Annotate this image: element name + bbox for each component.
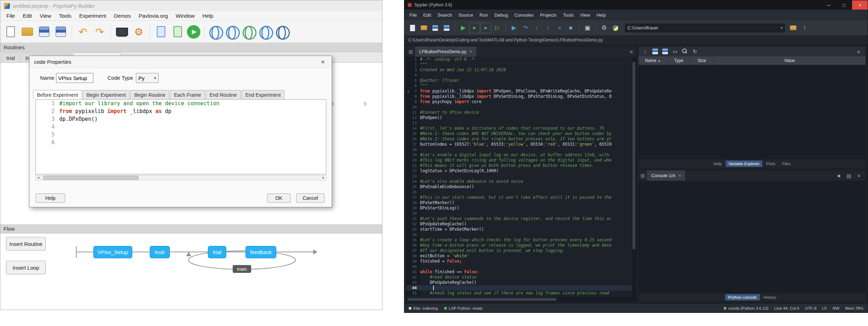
save-all-icon[interactable]	[441, 23, 452, 33]
ok-button[interactable]: OK	[267, 193, 291, 203]
table-column-header[interactable]: Size	[690, 56, 714, 65]
code-line-10[interactable]: 10	[407, 105, 632, 110]
memory[interactable]: Mem 78%	[845, 306, 863, 310]
dialog-tab[interactable]: Begin Experiment	[83, 90, 130, 99]
code-line-1[interactable]: 1#import our library and open the device…	[36, 100, 326, 107]
env-status[interactable]: conda (Python 3.6.13)	[724, 306, 768, 310]
line-number[interactable]: 27	[407, 195, 420, 200]
line-number[interactable]: 12	[407, 115, 420, 120]
open-icon[interactable]	[20, 24, 35, 39]
pavlovia-sync-icon[interactable]	[241, 24, 256, 39]
line-number[interactable]: 44	[407, 285, 420, 291]
line-number[interactable]: 4	[407, 73, 420, 78]
encoding[interactable]: UTF-8	[805, 306, 817, 310]
line-number[interactable]: 1	[407, 57, 420, 62]
menu-item[interactable]: File	[2, 13, 19, 19]
code-line-41[interactable]: 41while finished == False:	[407, 269, 632, 275]
editor-vscrollbar[interactable]	[632, 57, 636, 297]
code-line-5[interactable]: 5	[36, 131, 326, 139]
working-directory-combobox[interactable]: C:\Users\lfraser ▾	[624, 23, 786, 33]
line-number[interactable]: 28	[407, 200, 420, 206]
line-number[interactable]: 19	[407, 152, 420, 158]
code-line-11[interactable]: 11#Connect to VPixx device	[407, 110, 632, 115]
scroll-right-icon[interactable]: ►	[321, 175, 326, 180]
code-line-15[interactable]: 15#Note 1: these codes ARE NOT UNIVERSAL…	[407, 131, 632, 136]
compile-script-icon[interactable]	[154, 24, 168, 39]
run-icon[interactable]: ▶	[187, 25, 200, 39]
menu-item[interactable]: Help	[199, 13, 217, 19]
scroll-left-icon[interactable]: ◄	[36, 175, 41, 180]
routine-tab[interactable]: trial	[2, 53, 20, 62]
flow-canvas[interactable]: Insert Routine Insert Loop VPixx_SetupIn…	[0, 234, 382, 310]
menu-item[interactable]: Pavlovia.org	[135, 13, 172, 19]
run-icon[interactable]: ▶	[458, 23, 469, 33]
save-as-icon[interactable]	[53, 24, 68, 39]
line-number[interactable]: 33	[407, 227, 420, 232]
code-line-14[interactable]: 14#First, let's make a dictionary of cod…	[407, 126, 632, 131]
pavlovia-search-icon[interactable]	[258, 24, 273, 39]
runner-icon[interactable]	[170, 24, 185, 39]
dialog-tab[interactable]: Begin Routine	[130, 90, 169, 99]
pavlovia-user-icon[interactable]	[275, 24, 289, 39]
line-number[interactable]: 3	[36, 115, 59, 123]
code-line-36[interactable]: 36#Any time a button press or release is…	[407, 243, 632, 248]
menu-item[interactable]: View	[36, 13, 55, 19]
code-line-28[interactable]: 28DPxSetMarker()	[407, 200, 632, 206]
redo-icon[interactable]: ↷	[92, 24, 107, 39]
code-line-23[interactable]: 23	[407, 174, 632, 179]
line-number[interactable]: 40	[407, 264, 420, 269]
code-line-45[interactable]: 45 #check log status and see if there ar…	[407, 291, 632, 296]
line-number[interactable]: 7⚠	[407, 89, 420, 94]
ve-options-menu-icon[interactable]: ≡	[854, 49, 863, 55]
code-line-33[interactable]: 33startTime = DPxGetMarker()	[407, 227, 632, 232]
dialog-editor-hscrollbar[interactable]: ◄ ►	[35, 175, 326, 180]
run-cell-icon[interactable]: ▶	[469, 23, 480, 33]
menu-item[interactable]: Edit	[19, 13, 36, 19]
minimize-button[interactable]: ─	[821, 0, 836, 10]
line-number[interactable]: 42	[407, 275, 420, 280]
table-column-header[interactable]: Name ▲	[638, 56, 668, 65]
menu-item[interactable]: Source	[455, 10, 476, 20]
monitor-center-icon[interactable]	[115, 24, 129, 39]
save-data-icon[interactable]	[651, 47, 660, 56]
console-tab[interactable]: Console 1/A ×	[647, 170, 686, 181]
code-line-37[interactable]: 37#If our designated exit button is pres…	[407, 248, 632, 253]
maximize-pane-icon[interactable]: ▣	[582, 23, 593, 33]
eol-status[interactable]: LF	[822, 306, 827, 310]
tools-wrench-icon[interactable]: ⚙	[599, 23, 609, 33]
code-line-16[interactable]: 16#Note 2: these codes are for single bu…	[407, 136, 632, 142]
run-cell-advance-icon[interactable]: ▶	[481, 23, 491, 33]
new-file-icon[interactable]	[407, 23, 418, 33]
dialog-tab[interactable]: End Routine	[206, 90, 241, 99]
code-editor[interactable]: 1# -*- coding: utf-8 -*-2"""3Created on …	[407, 57, 632, 297]
line-number[interactable]: 29	[407, 206, 420, 211]
experiment-settings-icon[interactable]: ⚙	[131, 24, 146, 39]
flow-routine-node[interactable]: Instr	[150, 246, 170, 258]
step-into-icon[interactable]: ↓	[531, 23, 542, 33]
code-line-18[interactable]: 18	[407, 147, 632, 152]
continue-icon[interactable]: »	[554, 23, 565, 33]
code-line-20[interactable]: 20#This log ONLY marks rising and fallin…	[407, 158, 632, 163]
spyder-titlebar[interactable]: Spyder (Python 3.6) ─ □ ×	[404, 0, 868, 10]
code-line-44[interactable]: 44	[407, 285, 632, 291]
line-number[interactable]: 15	[407, 131, 420, 136]
code-line-5[interactable]: 5@author: lfraser	[407, 78, 632, 83]
lsp-status[interactable]: LSP Python: ready	[444, 306, 483, 310]
code-line-29[interactable]: 29DPxStartDinLog()	[407, 206, 632, 211]
cancel-button[interactable]: Cancel	[296, 193, 325, 203]
line-number[interactable]: 13	[407, 120, 420, 126]
line-number[interactable]: 34	[407, 232, 420, 237]
line-number[interactable]: 16	[407, 136, 420, 142]
line-number[interactable]: 26	[407, 190, 420, 195]
dialog-tab[interactable]: Each Frame	[170, 90, 205, 99]
line-number[interactable]: 6	[407, 83, 420, 89]
editor-tab[interactable]: LFButtonPressDemo.py ×	[415, 46, 477, 57]
code-line-4[interactable]: 4	[36, 123, 326, 131]
menu-item[interactable]: Tools	[560, 10, 577, 20]
panel-tab[interactable]: Files	[779, 161, 794, 167]
menu-item[interactable]: Help	[593, 10, 609, 20]
code-line-42[interactable]: 42 #read device status	[407, 275, 632, 280]
file-switcher-icon[interactable]: ▤	[407, 49, 415, 54]
line-number[interactable]: 2	[36, 107, 59, 115]
code-line-1[interactable]: 1# -*- coding: utf-8 -*-	[407, 57, 632, 62]
